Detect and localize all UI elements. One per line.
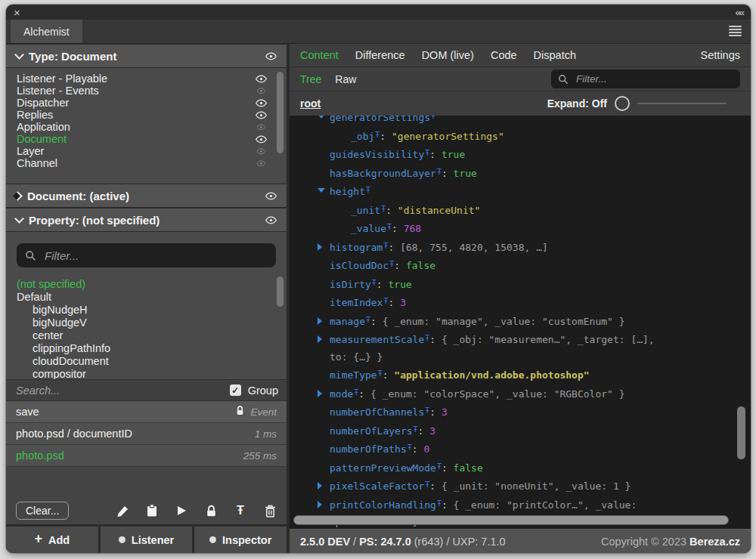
collapse-arrow-icon[interactable] bbox=[318, 116, 325, 119]
tab-dispatch[interactable]: Dispatch bbox=[534, 49, 576, 61]
tree-line[interactable]: isCloudDocŦ: false bbox=[290, 256, 751, 275]
property-list: (not specified)DefaultbigNudgeHbigNudgeV… bbox=[6, 274, 287, 379]
event-row[interactable]: photo.psd / documentID1 ms bbox=[6, 423, 287, 445]
tree-line[interactable]: itemIndexŦ: 3 bbox=[290, 293, 751, 312]
group-checkbox[interactable]: ✓ bbox=[230, 385, 241, 396]
tree-line[interactable]: mimeTypeŦ: "application/vnd.adobe.photos… bbox=[290, 366, 751, 385]
property-list-item[interactable]: bigNudgeH bbox=[17, 303, 287, 316]
expand-arrow-icon[interactable] bbox=[318, 243, 322, 251]
event-row[interactable]: saveEvent bbox=[6, 401, 287, 423]
tree-line[interactable]: _objŦ: "generatorSettings" bbox=[290, 127, 751, 146]
pin-icon[interactable]: Ŧ bbox=[234, 504, 247, 517]
tab-code[interactable]: Code bbox=[491, 49, 517, 61]
tree-line[interactable]: _unitŦ: "distanceUnit" bbox=[290, 201, 751, 220]
tree-line[interactable]: pixelScaleFactorŦ: { _unit: "noneUnit", … bbox=[290, 477, 751, 496]
scrollbar-thumb[interactable] bbox=[293, 515, 729, 525]
clipboard-icon[interactable] bbox=[145, 504, 159, 517]
tree-line[interactable]: isDirtyŦ: true bbox=[290, 275, 751, 294]
tab-dom-live-[interactable]: DOM (live) bbox=[422, 49, 474, 61]
pin-icon[interactable]: Ŧ bbox=[431, 116, 435, 120]
tree-line[interactable]: measurementScaleŦ: { _obj: "measuremen…"… bbox=[290, 330, 751, 366]
scrollbar-thumb[interactable] bbox=[737, 406, 745, 459]
expand-toggle-knob[interactable] bbox=[615, 96, 630, 111]
tree-line[interactable]: numberOfChannelsŦ: 3 bbox=[290, 403, 751, 422]
breadcrumb-root-link[interactable]: root bbox=[300, 97, 321, 110]
eye-icon[interactable] bbox=[256, 159, 266, 167]
subtab-raw[interactable]: Raw bbox=[335, 73, 356, 85]
type-list-item[interactable]: Replies bbox=[17, 109, 287, 121]
eye-icon[interactable] bbox=[256, 123, 266, 131]
eye-icon[interactable] bbox=[265, 191, 277, 200]
tree-line[interactable]: histogramŦ: [68, 755, 4820, 15038, …] bbox=[290, 238, 751, 257]
tab-content[interactable]: Content bbox=[300, 49, 339, 61]
eye-icon[interactable] bbox=[255, 110, 267, 119]
eye-icon[interactable] bbox=[255, 98, 267, 107]
listener-button[interactable]: Listener bbox=[101, 527, 193, 553]
event-search-bar: ✓ Group bbox=[6, 379, 287, 401]
tree-line[interactable]: numberOfPathsŦ: 0 bbox=[290, 440, 751, 459]
eye-icon[interactable] bbox=[265, 51, 277, 60]
inspector-button[interactable]: Inspector bbox=[194, 527, 287, 553]
lock-icon[interactable] bbox=[204, 504, 218, 517]
scrollbar-thumb[interactable] bbox=[277, 72, 284, 153]
collapse-panel-icon[interactable]: «« bbox=[736, 7, 743, 18]
horizontal-scrollbar[interactable] bbox=[293, 515, 747, 525]
collapse-arrow-icon[interactable] bbox=[318, 188, 325, 193]
property-filter-input[interactable] bbox=[43, 249, 268, 263]
type-list-item[interactable]: Layer bbox=[17, 145, 287, 157]
tree-line[interactable]: heightŦ bbox=[290, 182, 751, 201]
tree-line[interactable]: generatorSettingsŦ bbox=[290, 116, 751, 127]
expand-arrow-icon[interactable] bbox=[318, 317, 322, 325]
scrollbar-thumb[interactable] bbox=[277, 276, 284, 307]
type-list-item[interactable]: Application bbox=[17, 121, 287, 133]
pin-icon[interactable]: Ŧ bbox=[366, 186, 370, 194]
event-search-input[interactable] bbox=[14, 384, 223, 397]
eye-icon[interactable] bbox=[256, 147, 266, 155]
tree-line[interactable]: patternPreviewModeŦ: false bbox=[290, 459, 751, 477]
add-button[interactable]: +Add bbox=[6, 527, 98, 553]
eye-icon[interactable] bbox=[255, 134, 267, 144]
tree-line[interactable]: hasBackgroundLayerŦ: true bbox=[290, 164, 751, 183]
tab-settings[interactable]: Settings bbox=[701, 49, 740, 61]
tree-line[interactable]: modeŦ: { _enum: "colorSpace", _value: "R… bbox=[290, 385, 751, 403]
property-list-item[interactable]: clippingPathInfo bbox=[17, 341, 287, 354]
trash-icon[interactable] bbox=[263, 504, 277, 517]
type-list-item[interactable]: Listener - Playable bbox=[17, 73, 287, 85]
expand-arrow-icon[interactable] bbox=[318, 335, 322, 343]
eye-icon[interactable] bbox=[265, 215, 277, 224]
document-section-header[interactable]: Document: (active) bbox=[6, 184, 287, 208]
close-icon[interactable]: × bbox=[14, 7, 20, 18]
property-list-item[interactable]: bigNudgeV bbox=[17, 316, 287, 329]
eye-icon[interactable] bbox=[256, 87, 266, 94]
expand-arrow-icon[interactable] bbox=[318, 390, 322, 397]
menu-icon[interactable] bbox=[729, 26, 742, 36]
type-list-item[interactable]: Document bbox=[17, 133, 287, 145]
tab-difference[interactable]: Difference bbox=[355, 49, 405, 61]
tab-alchemist[interactable]: Alchemist bbox=[11, 20, 82, 43]
property-list-item[interactable]: center bbox=[17, 329, 287, 341]
property-list-item[interactable]: cloudDocument bbox=[17, 354, 287, 367]
property-list-item[interactable]: (not specified) bbox=[17, 277, 287, 290]
expand-arrow-icon[interactable] bbox=[318, 482, 322, 490]
type-list-item[interactable]: Channel bbox=[17, 157, 287, 169]
expand-arrow-icon[interactable] bbox=[318, 501, 322, 508]
type-list-item[interactable]: Dispatcher bbox=[17, 97, 287, 109]
type-section-header[interactable]: Type: Document bbox=[6, 44, 287, 68]
clear-button[interactable]: Clear... bbox=[16, 502, 69, 520]
tree-line[interactable]: _valueŦ: 768 bbox=[290, 219, 751, 238]
eye-icon[interactable] bbox=[255, 74, 267, 83]
expand-toggle-track[interactable] bbox=[637, 103, 727, 104]
tree-line[interactable]: manageŦ: { _enum: "manage", _value: "cus… bbox=[290, 312, 751, 331]
property-list-item[interactable]: Default bbox=[17, 290, 287, 303]
tree-line[interactable]: numberOfLayersŦ: 3 bbox=[290, 422, 751, 440]
tree-line[interactable]: guidesVisibilityŦ: true bbox=[290, 145, 751, 164]
left-panel: Type: Document Listener - PlayableListen… bbox=[6, 44, 287, 553]
type-list-item[interactable]: Listener - Events bbox=[17, 85, 287, 97]
property-section-header[interactable]: Property: (not specified) bbox=[6, 208, 287, 232]
tree-filter-input[interactable] bbox=[575, 73, 733, 85]
play-icon[interactable] bbox=[175, 504, 188, 517]
subtab-tree[interactable]: Tree bbox=[300, 73, 321, 85]
property-list-item[interactable]: compositor bbox=[17, 367, 287, 379]
event-row[interactable]: photo.psd255 ms bbox=[6, 445, 287, 467]
pencil-icon[interactable] bbox=[116, 504, 129, 517]
